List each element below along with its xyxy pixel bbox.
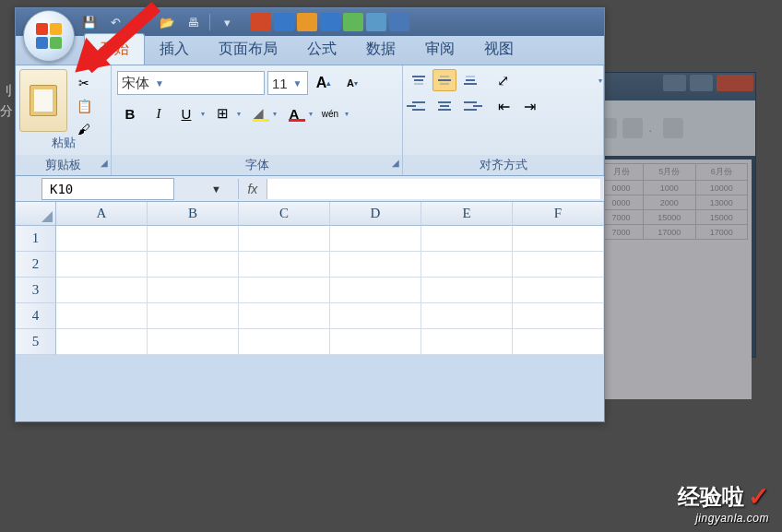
tab-formulas[interactable]: 公式 [292,34,351,65]
qat-save-icon[interactable]: 💾 [80,13,99,31]
font-dialog-launcher[interactable]: ◢ [392,158,399,168]
font-group-label: 字体 ◢ [112,155,402,175]
col-header[interactable]: B [148,202,239,226]
grid[interactable] [56,226,604,355]
col-header[interactable]: C [239,202,330,226]
watermark: 经验啦 ✓ jingyanla.com [678,481,769,525]
copy-button[interactable]: 📋 [72,96,96,116]
tab-page-layout[interactable]: 页面布局 [204,34,292,65]
col-header[interactable]: F [513,202,604,226]
excel-window: 💾 ↶ ↷ 📂 🖶 ▾ 开始 插入 页面布局 公式 数据 审阅 视图 [15,7,605,422]
worksheet: 1 2 3 4 5 A B C D E F [16,202,604,355]
check-icon: ✓ [748,481,769,512]
title-bar: 💾 ↶ ↷ 📂 🖶 ▾ [16,8,604,36]
tab-data[interactable]: 数据 [351,34,410,65]
fx-button[interactable]: fx [238,179,267,199]
font-size-combo[interactable]: 11▼ [267,71,308,95]
row-header[interactable]: 5 [16,329,56,355]
qat-redo-icon[interactable]: ↷ [132,13,150,31]
row-header[interactable]: 1 [16,226,56,252]
row-header[interactable]: 3 [16,278,56,303]
bg-table: 月份5月份6月份 0000100010000 0000200013000 700… [598,163,748,240]
align-center-button[interactable] [432,95,456,117]
border-button[interactable]: ⊞ [210,101,243,125]
shrink-font-button[interactable]: A▾ [339,71,365,95]
font-color-button[interactable]: A [282,101,315,125]
edge-text-1: 刂 [0,83,13,100]
qat-print-icon[interactable]: 🖶 [184,13,202,31]
orientation-button[interactable]: ⤢ [492,69,523,91]
clipboard-group-label: 剪贴板 ◢ [16,155,111,175]
formula-bar-row: K10 ▼ fx [16,176,604,202]
phonetic-button[interactable]: wén [318,101,351,125]
paste-label: 粘贴 [16,135,111,151]
ribbon: ✂ 📋 🖌 粘贴 剪贴板 ◢ 宋体▼ 11▼ [16,65,604,176]
background-window: 、 月份5月份6月份 0000100010000 0000200013000 7… [590,72,756,358]
tab-review[interactable]: 审阅 [410,34,469,65]
align-right-button[interactable] [458,95,482,117]
qat-undo-icon[interactable]: ↶ [106,13,124,31]
office-button[interactable] [23,10,75,62]
group-font: 宋体▼ 11▼ A▴ A▾ B I U ⊞ ◢ [112,65,403,175]
group-alignment: ⤢ ⇤ ⇥ 对齐方式 [403,65,604,175]
tab-insert[interactable]: 插入 [145,34,204,65]
align-top-button[interactable] [407,69,431,91]
row-header[interactable]: 4 [16,303,56,329]
paste-button[interactable] [19,69,67,132]
name-box-dropdown[interactable]: ▼ [211,183,221,195]
col-header[interactable]: D [330,202,421,226]
edge-text-2: 分 [0,103,13,120]
alignment-group-label: 对齐方式 [403,155,603,175]
cut-button[interactable]: ✂ [72,73,96,93]
select-all-corner[interactable] [16,202,56,226]
italic-button[interactable]: I [146,101,172,125]
clipboard-icon [30,85,57,116]
increase-indent-button[interactable]: ⇥ [517,95,541,117]
title-accents [251,13,409,31]
office-logo-icon [36,23,62,49]
formula-bar-input[interactable] [267,179,600,199]
name-box[interactable]: K10 [41,178,174,200]
col-header[interactable]: A [56,202,148,226]
col-header[interactable]: E [421,202,513,226]
align-bottom-button[interactable] [458,69,482,91]
align-middle-button[interactable] [432,69,456,91]
qat-open-icon[interactable]: 📂 [158,13,176,31]
fill-color-button[interactable]: ◢ [246,101,279,125]
tab-view[interactable]: 视图 [469,34,528,65]
row-header[interactable]: 2 [16,252,56,278]
tab-home[interactable]: 开始 [84,33,145,65]
font-name-combo[interactable]: 宋体▼ [117,71,265,95]
align-left-button[interactable] [407,95,431,117]
qat-more-icon[interactable]: ▾ [218,13,236,31]
decrease-indent-button[interactable]: ⇤ [492,95,515,117]
grow-font-button[interactable]: A▴ [311,71,337,95]
underline-button[interactable]: U [174,101,207,125]
clipboard-dialog-launcher[interactable]: ◢ [101,158,108,168]
bold-button[interactable]: B [117,101,143,125]
group-clipboard: ✂ 📋 🖌 粘贴 剪贴板 ◢ [16,65,112,175]
ribbon-tabs: 开始 插入 页面布局 公式 数据 审阅 视图 [16,36,604,65]
